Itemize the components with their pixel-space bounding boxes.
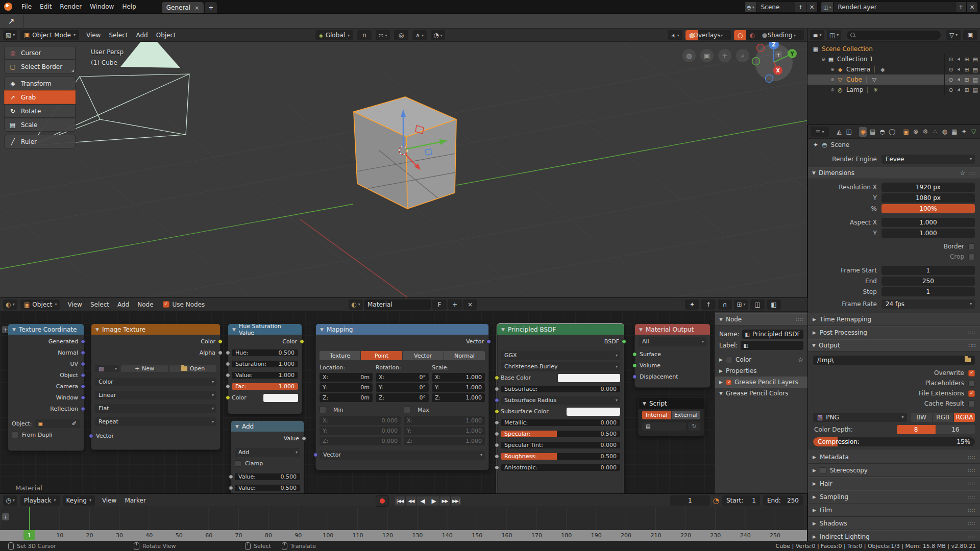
clamp-row[interactable]: Clamp	[235, 459, 300, 468]
node-output-color[interactable]: Color	[232, 337, 298, 346]
metallic-slider[interactable]: Metallic:0.000	[501, 418, 620, 427]
nav-axis-z-neg[interactable]	[766, 75, 773, 83]
resolution-x-field[interactable]: 1920 px	[881, 183, 975, 192]
node-panel-header[interactable]: ▼Node∷∷	[715, 313, 807, 325]
node-color-swatch[interactable]	[726, 357, 732, 363]
channel-bw[interactable]: BW	[911, 413, 933, 422]
node-mapping[interactable]: ▼Mapping Vector Texture Point Vector Nor…	[315, 323, 489, 470]
object-picker-field[interactable]: ▣✐	[35, 419, 80, 428]
node-dropdown[interactable]: Linear▾	[95, 391, 216, 399]
node-output[interactable]: Normal	[12, 348, 79, 357]
socket-value[interactable]	[495, 454, 499, 459]
proportional-toggle[interactable]: ◎	[394, 30, 408, 40]
tool-grab[interactable]: ↗Grab	[4, 90, 76, 104]
shading-material-button[interactable]: ◐	[746, 30, 758, 40]
subsurface-radius-dropdown[interactable]: Subsurface Radius▾	[501, 396, 620, 405]
subsurface-color-row[interactable]: Subsurface Color	[501, 407, 620, 416]
node-output[interactable]: Window	[12, 393, 79, 402]
node-material-output[interactable]: ▼Material Output All▾ Surface Volume Dis…	[634, 323, 710, 388]
node-image-texture[interactable]: ▼Image Texture Color Alpha ▧▾ +New Open …	[91, 323, 220, 450]
location-field[interactable]: Y:0m	[320, 383, 373, 392]
render-visibility-icon[interactable]: ▤	[973, 56, 978, 63]
socket-vector[interactable]	[632, 374, 637, 379]
depth-16[interactable]: 16	[936, 425, 975, 434]
type-texture[interactable]: Texture	[320, 351, 361, 360]
selectable-icon[interactable]: ➤	[956, 67, 962, 72]
start-frame-field[interactable]: Start:1	[722, 495, 760, 506]
roughness-slider[interactable]: Roughness:0.500	[501, 452, 620, 461]
falloff-dropdown[interactable]: ∧▾	[412, 30, 427, 40]
node-output-vector[interactable]: Vector	[320, 337, 485, 346]
script-external[interactable]: External	[672, 411, 701, 419]
frame-step-field[interactable]: 1	[881, 287, 975, 296]
play-reverse-button[interactable]: ◀	[416, 496, 428, 506]
material-name-field[interactable]: Material	[364, 299, 431, 310]
socket-value[interactable]	[495, 443, 499, 447]
tool-scale[interactable]: ▤Scale	[4, 118, 76, 132]
gp-layers-row[interactable]: ▶ Grease Pencil Layers	[715, 377, 807, 388]
render-engine-dropdown[interactable]: Eevee▾	[881, 155, 975, 164]
vector-dropdown[interactable]: Vector▾	[320, 450, 485, 460]
socket-value[interactable]	[226, 373, 230, 378]
topbar-menu-item[interactable]: Edit	[36, 3, 56, 10]
tab-constraints[interactable]: ⊗	[912, 127, 920, 137]
socket-shader[interactable]	[632, 363, 637, 368]
nav-axis-y-neg[interactable]	[752, 58, 760, 65]
nav-axis-x-neg[interactable]	[757, 44, 765, 52]
node-output-bsdf[interactable]: BSDF	[501, 337, 620, 346]
viewport-visibility-icon[interactable]: ⊞	[964, 77, 969, 83]
current-frame-label[interactable]: 1	[23, 530, 35, 540]
go-parent-button[interactable]: ↑	[701, 299, 716, 310]
target-dropdown[interactable]: All▾	[639, 337, 706, 346]
workspace-tab-general[interactable]: General ×	[162, 2, 204, 13]
snap-toggle[interactable]: ∩	[357, 30, 372, 40]
panel-shadows[interactable]: ▶Shadows∷∷	[808, 517, 980, 530]
socket-color[interactable]	[495, 409, 499, 414]
file-format-dropdown[interactable]: ▧ PNG▾	[813, 413, 907, 422]
border-checkbox[interactable]	[968, 243, 975, 250]
max-field[interactable]: X:1.000	[404, 416, 485, 425]
outliner-row-collection-1[interactable]: ⊖ ▦ Collection 1 ⊙➤⊞▤	[807, 54, 980, 64]
node-name-field[interactable]: ◧Principled BSDF	[742, 330, 803, 339]
tab-tool[interactable]: ◭	[836, 127, 843, 137]
scene-delete-button[interactable]: ×	[806, 2, 817, 12]
node-output[interactable]: Generated	[12, 337, 79, 346]
folder-icon[interactable]	[965, 358, 971, 362]
outliner-search-input[interactable]	[847, 31, 941, 40]
blender-logo-icon[interactable]	[4, 3, 12, 11]
expand-icon[interactable]: ⊕	[829, 77, 836, 82]
region-expand-button[interactable]: +	[775, 51, 782, 58]
new-material-button[interactable]: +	[448, 299, 462, 310]
color-swatch[interactable]	[263, 394, 298, 402]
render-visibility-icon[interactable]: ▤	[973, 77, 978, 83]
playback-dropdown[interactable]: Playback▾	[20, 495, 60, 506]
nav-gizmo[interactable]: Z Y X	[752, 42, 797, 83]
socket-vector[interactable]	[81, 373, 85, 378]
expand-icon[interactable]: ⊕	[829, 67, 836, 72]
fac-slider[interactable]: Fac:1.000	[232, 382, 298, 391]
subsurface-radius-row[interactable]: Subsurface Radius▾	[501, 396, 620, 405]
node-menu-item[interactable]: Node	[133, 301, 157, 308]
jump-start-button[interactable]: |◀◀	[394, 496, 405, 506]
timeline-marker-menu[interactable]: Marker	[120, 497, 150, 504]
tool-transform[interactable]: ◈Transform	[4, 77, 76, 90]
script-refresh-button[interactable]: ↻	[688, 422, 700, 431]
copy-node-tree-button[interactable]: ◫	[750, 299, 765, 310]
scale-field[interactable]: Z:1.000	[432, 393, 485, 402]
type-normal[interactable]: Normal	[444, 351, 485, 360]
operation-dropdown[interactable]: Add▾	[235, 448, 300, 457]
socket-value[interactable]	[226, 350, 230, 355]
surface-input[interactable]: Surface	[639, 350, 706, 359]
from-dupli-checkbox[interactable]	[12, 432, 18, 438]
output-path-field[interactable]: /tmp\	[813, 356, 975, 365]
saturation-slider[interactable]: Saturation:1.000	[232, 360, 298, 368]
subsurface-slider[interactable]: Subsurface:0.000	[501, 385, 620, 393]
tool-ruler[interactable]: ╱Ruler	[4, 135, 76, 148]
socket-value[interactable]	[226, 362, 230, 366]
cache-result-checkbox[interactable]	[968, 400, 975, 407]
socket-color[interactable]	[226, 395, 230, 400]
node-snap-toggle[interactable]: ∩	[718, 299, 732, 310]
orientation-dropdown[interactable]: ◈Global▾	[315, 30, 353, 40]
value-slider[interactable]: Value:1.000	[232, 371, 298, 380]
panel-post-processing[interactable]: ▶Post Processing∷∷	[808, 326, 980, 339]
